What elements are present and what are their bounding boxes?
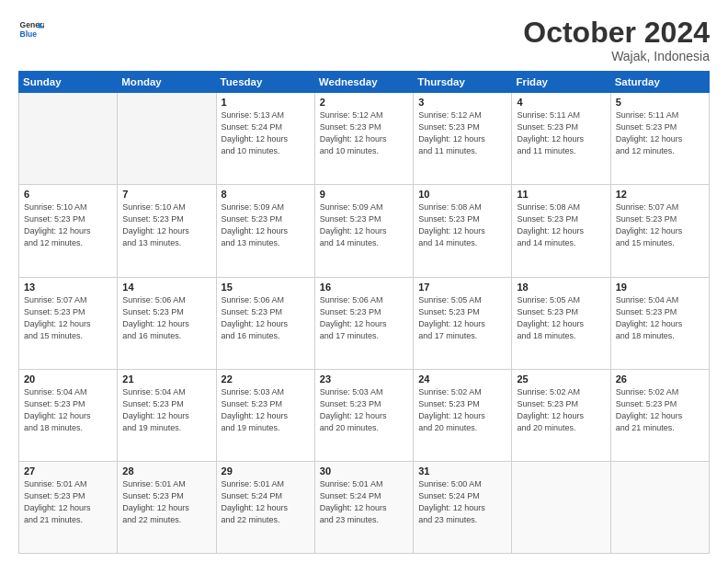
calendar-day-cell [512,461,610,553]
day-number: 25 [517,373,605,385]
day-info: Sunrise: 5:04 AMSunset: 5:23 PMDaylight:… [122,386,210,434]
day-info: Sunrise: 5:13 AMSunset: 5:24 PMDaylight:… [222,109,310,157]
calendar-day-cell: 3Sunrise: 5:12 AMSunset: 5:23 PMDaylight… [414,93,512,185]
day-info: Sunrise: 5:05 AMSunset: 5:23 PMDaylight:… [517,294,605,342]
day-info: Sunrise: 5:01 AMSunset: 5:23 PMDaylight:… [24,478,112,526]
day-number: 30 [320,465,408,477]
calendar-header-row: SundayMondayTuesdayWednesdayThursdayFrid… [19,72,710,93]
weekday-header: Wednesday [314,72,413,93]
day-number: 9 [320,189,408,200]
calendar-day-cell: 17Sunrise: 5:05 AMSunset: 5:23 PMDayligh… [414,277,512,369]
calendar-day-cell: 11Sunrise: 5:08 AMSunset: 5:23 PMDayligh… [512,185,610,277]
header: General Blue October 2024 Wajak, Indones… [18,17,710,63]
calendar-week-row: 13Sunrise: 5:07 AMSunset: 5:23 PMDayligh… [19,277,710,369]
calendar-day-cell: 12Sunrise: 5:07 AMSunset: 5:23 PMDayligh… [610,185,709,277]
weekday-header: Friday [512,72,610,93]
calendar-day-cell: 1Sunrise: 5:13 AMSunset: 5:24 PMDaylight… [216,93,314,185]
calendar-day-cell: 22Sunrise: 5:03 AMSunset: 5:23 PMDayligh… [216,369,314,461]
day-number: 8 [222,189,310,200]
calendar-day-cell: 25Sunrise: 5:02 AMSunset: 5:23 PMDayligh… [512,369,610,461]
day-number: 24 [418,373,506,385]
calendar-day-cell: 30Sunrise: 5:01 AMSunset: 5:24 PMDayligh… [314,461,413,553]
day-number: 3 [418,97,506,108]
day-info: Sunrise: 5:10 AMSunset: 5:23 PMDaylight:… [24,201,112,249]
calendar-day-cell: 13Sunrise: 5:07 AMSunset: 5:23 PMDayligh… [19,277,118,369]
day-number: 1 [222,97,310,108]
day-number: 4 [517,97,605,108]
location: Wajak, Indonesia [523,49,710,63]
calendar-week-row: 1Sunrise: 5:13 AMSunset: 5:24 PMDaylight… [19,93,710,185]
day-number: 22 [222,373,310,385]
day-number: 20 [24,373,112,385]
day-number: 27 [24,465,112,477]
day-info: Sunrise: 5:04 AMSunset: 5:23 PMDaylight:… [616,294,704,342]
weekday-header: Tuesday [216,72,314,93]
day-info: Sunrise: 5:09 AMSunset: 5:23 PMDaylight:… [222,201,310,249]
day-number: 6 [24,189,112,200]
day-info: Sunrise: 5:12 AMSunset: 5:23 PMDaylight:… [418,109,506,157]
day-info: Sunrise: 5:01 AMSunset: 5:23 PMDaylight:… [122,478,210,526]
day-info: Sunrise: 5:07 AMSunset: 5:23 PMDaylight:… [24,294,112,342]
calendar-day-cell: 14Sunrise: 5:06 AMSunset: 5:23 PMDayligh… [118,277,216,369]
calendar-day-cell: 2Sunrise: 5:12 AMSunset: 5:23 PMDaylight… [314,93,413,185]
calendar-day-cell: 26Sunrise: 5:02 AMSunset: 5:23 PMDayligh… [610,369,709,461]
day-number: 17 [418,282,506,293]
logo-icon: General Blue [18,17,44,42]
day-info: Sunrise: 5:08 AMSunset: 5:23 PMDaylight:… [517,201,605,249]
calendar-day-cell: 5Sunrise: 5:11 AMSunset: 5:23 PMDaylight… [610,93,709,185]
calendar-day-cell: 23Sunrise: 5:03 AMSunset: 5:23 PMDayligh… [314,369,413,461]
day-number: 11 [517,189,605,200]
day-number: 23 [320,373,408,385]
day-info: Sunrise: 5:07 AMSunset: 5:23 PMDaylight:… [616,201,704,249]
weekday-header: Sunday [19,72,118,93]
day-info: Sunrise: 5:06 AMSunset: 5:23 PMDaylight:… [222,294,310,342]
calendar-day-cell: 4Sunrise: 5:11 AMSunset: 5:23 PMDaylight… [512,93,610,185]
month-title: October 2024 [523,17,710,49]
svg-text:Blue: Blue [20,29,38,39]
calendar-day-cell: 21Sunrise: 5:04 AMSunset: 5:23 PMDayligh… [118,369,216,461]
day-number: 10 [418,189,506,200]
day-info: Sunrise: 5:03 AMSunset: 5:23 PMDaylight:… [320,386,408,434]
day-info: Sunrise: 5:09 AMSunset: 5:23 PMDaylight:… [320,201,408,249]
day-number: 21 [122,373,210,385]
calendar-week-row: 20Sunrise: 5:04 AMSunset: 5:23 PMDayligh… [19,369,710,461]
day-number: 16 [320,282,408,293]
day-info: Sunrise: 5:08 AMSunset: 5:23 PMDaylight:… [418,201,506,249]
calendar-day-cell: 27Sunrise: 5:01 AMSunset: 5:23 PMDayligh… [19,461,118,553]
day-info: Sunrise: 5:06 AMSunset: 5:23 PMDaylight:… [320,294,408,342]
day-number: 15 [222,282,310,293]
calendar-day-cell: 19Sunrise: 5:04 AMSunset: 5:23 PMDayligh… [610,277,709,369]
day-info: Sunrise: 5:12 AMSunset: 5:23 PMDaylight:… [320,109,408,157]
day-number: 14 [122,282,210,293]
calendar-day-cell: 7Sunrise: 5:10 AMSunset: 5:23 PMDaylight… [118,185,216,277]
day-info: Sunrise: 5:02 AMSunset: 5:23 PMDaylight:… [418,386,506,434]
day-info: Sunrise: 5:11 AMSunset: 5:23 PMDaylight:… [517,109,605,157]
day-number: 12 [616,189,704,200]
calendar-day-cell: 10Sunrise: 5:08 AMSunset: 5:23 PMDayligh… [414,185,512,277]
day-info: Sunrise: 5:05 AMSunset: 5:23 PMDaylight:… [418,294,506,342]
calendar-day-cell: 18Sunrise: 5:05 AMSunset: 5:23 PMDayligh… [512,277,610,369]
day-number: 28 [122,465,210,477]
title-block: October 2024 Wajak, Indonesia [523,17,710,63]
day-info: Sunrise: 5:00 AMSunset: 5:24 PMDaylight:… [418,478,506,526]
calendar-day-cell [610,461,709,553]
day-number: 13 [24,282,112,293]
calendar-day-cell: 31Sunrise: 5:00 AMSunset: 5:24 PMDayligh… [414,461,512,553]
day-number: 5 [616,97,704,108]
calendar-week-row: 6Sunrise: 5:10 AMSunset: 5:23 PMDaylight… [19,185,710,277]
day-number: 7 [122,189,210,200]
page: General Blue October 2024 Wajak, Indones… [0,0,728,563]
calendar-day-cell: 16Sunrise: 5:06 AMSunset: 5:23 PMDayligh… [314,277,413,369]
calendar-day-cell: 9Sunrise: 5:09 AMSunset: 5:23 PMDaylight… [314,185,413,277]
calendar-day-cell [118,93,216,185]
day-number: 2 [320,97,408,108]
day-info: Sunrise: 5:01 AMSunset: 5:24 PMDaylight:… [222,478,310,526]
day-info: Sunrise: 5:01 AMSunset: 5:24 PMDaylight:… [320,478,408,526]
calendar-day-cell: 6Sunrise: 5:10 AMSunset: 5:23 PMDaylight… [19,185,118,277]
calendar-table: SundayMondayTuesdayWednesdayThursdayFrid… [18,71,710,554]
weekday-header: Saturday [610,72,709,93]
calendar-day-cell: 20Sunrise: 5:04 AMSunset: 5:23 PMDayligh… [19,369,118,461]
weekday-header: Thursday [414,72,512,93]
calendar-day-cell: 28Sunrise: 5:01 AMSunset: 5:23 PMDayligh… [118,461,216,553]
day-info: Sunrise: 5:02 AMSunset: 5:23 PMDaylight:… [616,386,704,434]
